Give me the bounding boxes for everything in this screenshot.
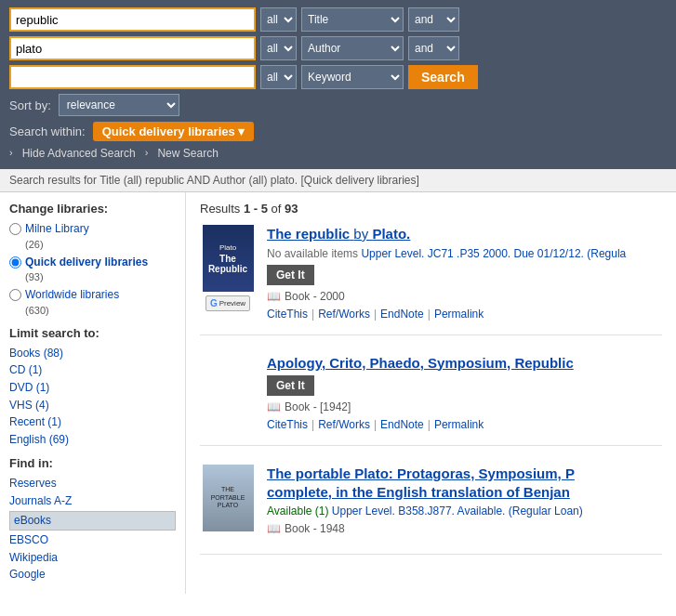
field-select-2[interactable]: Author Title Keyword [301, 36, 404, 60]
result-title-1[interactable]: The republic by Plato. [267, 225, 662, 243]
scope-select-2[interactable]: all [260, 36, 297, 60]
result-item: Plato The Republic G Preview The republi… [200, 225, 662, 335]
google-preview-button[interactable]: G Preview [205, 295, 250, 311]
field-select-3[interactable]: Keyword Title Author [301, 65, 404, 89]
type-text-2: Book - [1942] [285, 400, 351, 413]
results-info-text: Search results for Title (all) republic … [9, 174, 419, 187]
results-count: Results 1 - 5 of 93 [200, 202, 662, 216]
limit-english[interactable]: English (69) [9, 433, 69, 446]
list-item: eBooks [9, 511, 176, 531]
limits-list: Books (88) CD (1) DVD (1) VHS (4) Recent… [9, 346, 176, 448]
searchwithin-value: Quick delivery libraries [102, 125, 235, 138]
book-icon-2: 📖 [267, 400, 281, 413]
limit-recent[interactable]: Recent (1) [9, 415, 61, 428]
location-link-3[interactable]: Upper Level. B358.J877. Available. (Regu… [332, 505, 583, 518]
find-reserves[interactable]: Reserves [9, 477, 57, 490]
sortby-select[interactable]: relevance title author date [59, 94, 179, 116]
sep: | [428, 308, 431, 321]
result-details-2: Apology, Crito, Phaedo, Symposium, Repub… [267, 354, 662, 432]
results-area: Results 1 - 5 of 93 Plato The Republic G… [186, 192, 676, 594]
search-area: all Title Author Keyword and or not all … [0, 0, 676, 169]
limit-cd[interactable]: CD (1) [9, 363, 42, 376]
scope-select-1[interactable]: all [260, 7, 297, 32]
search-input-2[interactable] [9, 36, 256, 60]
sortby-row: Sort by: relevance title author date [9, 94, 667, 116]
limit-search-title: Limit search to: [9, 326, 176, 340]
library-link-worldwide[interactable]: Worldwide libraries [25, 288, 119, 301]
find-ebooks[interactable]: eBooks [9, 511, 176, 531]
result-item: Apology, Crito, Phaedo, Symposium, Repub… [200, 354, 662, 447]
title-line2-3: complete, in the English translation of … [267, 484, 570, 500]
connector-select-1[interactable]: and or not [408, 7, 459, 32]
field-select-1[interactable]: Title Author Keyword [301, 7, 404, 32]
book-cover-1: Plato The Republic [203, 225, 254, 292]
find-google[interactable]: Google [9, 568, 46, 581]
permalink-link[interactable]: Permalink [434, 308, 484, 321]
result-title-2[interactable]: Apology, Crito, Phaedo, Symposium, Repub… [267, 354, 662, 373]
search-row-2: all Author Title Keyword and or not [9, 36, 667, 60]
list-item: Google [9, 567, 176, 583]
sidebar: Change libraries: Milne Library(26) Quic… [0, 192, 186, 594]
list-item: Books (88) [9, 346, 176, 361]
result-title-3[interactable]: The portable Plato: Protagoras, Symposiu… [267, 465, 662, 501]
cover-text-3: THE PORTABLE PLATO [205, 486, 251, 509]
library-radio-quick[interactable] [9, 256, 21, 269]
limit-books[interactable]: Books (88) [9, 347, 63, 360]
get-it-button-2[interactable]: Get It [267, 375, 314, 396]
sep: | [428, 418, 431, 431]
refworks-link[interactable]: Ref/Works [318, 308, 370, 321]
library-option-quick[interactable]: Quick delivery libraries(93) [9, 255, 176, 284]
list-item: DVD (1) [9, 380, 176, 396]
result-actions-2: CiteThis | Ref/Works | EndNote | Permali… [267, 418, 662, 431]
connector-select-2[interactable]: and or not [408, 36, 459, 60]
new-search-link[interactable]: New Search [157, 147, 218, 160]
limit-vhs[interactable]: VHS (4) [9, 399, 49, 412]
availability-3: Available (1) Upper Level. B358.J877. Av… [267, 505, 662, 518]
list-item: Wikipedia [9, 550, 176, 566]
search-input-1[interactable] [9, 7, 256, 32]
type-text: Book - 2000 [285, 290, 345, 303]
cover-author: Plato [219, 243, 236, 252]
author-link[interactable]: Plato. [372, 226, 410, 242]
results-info-bar: Search results for Title (all) republic … [0, 169, 676, 192]
permalink-link-2[interactable]: Permalink [434, 418, 484, 431]
list-item: Reserves [9, 476, 176, 491]
sep: | [374, 308, 377, 321]
library-radio-worldwide[interactable] [9, 289, 21, 301]
library-option-milne[interactable]: Milne Library(26) [9, 221, 176, 251]
scope-select-3[interactable]: all [260, 65, 297, 89]
find-ebsco[interactable]: EBSCO [9, 533, 48, 546]
available-label: Available (1) [267, 505, 328, 518]
library-link-milne[interactable]: Milne Library [25, 222, 89, 235]
sep: | [374, 418, 377, 431]
limit-dvd[interactable]: DVD (1) [9, 381, 49, 394]
get-it-button-1[interactable]: Get It [267, 265, 314, 285]
result-type-2: 📖 Book - [1942] [267, 400, 662, 413]
arrow-icon: › [9, 147, 13, 160]
cite-this-link[interactable]: CiteThis [267, 308, 308, 321]
hide-advanced-link[interactable]: Hide Advanced Search [22, 147, 136, 160]
search-button[interactable]: Search [408, 65, 478, 89]
refworks-link-2[interactable]: Ref/Works [318, 418, 370, 431]
title-text-2: Apology, Crito, Phaedo, Symposium, Repub… [267, 355, 574, 371]
book-icon: 📖 [267, 290, 281, 303]
find-wikipedia[interactable]: Wikipedia [9, 551, 58, 564]
milne-count: (26) [25, 239, 44, 250]
search-input-3[interactable] [9, 65, 256, 89]
title-text: The republic [267, 226, 350, 242]
endnote-link-2[interactable]: EndNote [380, 418, 424, 431]
endnote-link[interactable]: EndNote [380, 308, 424, 321]
change-libraries-title: Change libraries: [9, 202, 176, 216]
location-link-1[interactable]: Upper Level. JC71 .P35 2000. Due 01/12/1… [361, 247, 626, 260]
result-item: THE PORTABLE PLATO The portable Plato: P… [200, 465, 662, 555]
searchwithin-button[interactable]: Quick delivery libraries ▾ [93, 122, 255, 141]
library-option-worldwide[interactable]: Worldwide libraries(630) [9, 287, 176, 317]
preview-label: Preview [219, 299, 245, 308]
library-radio-milne[interactable] [9, 223, 21, 235]
type-text-3: Book - 1948 [285, 522, 345, 535]
library-link-quick[interactable]: Quick delivery libraries [25, 256, 148, 269]
cite-this-link-2[interactable]: CiteThis [267, 418, 308, 431]
result-actions-1: CiteThis | Ref/Works | EndNote | Permali… [267, 308, 662, 321]
find-journals[interactable]: Journals A-Z [9, 494, 72, 507]
google-g-icon: G [210, 298, 218, 308]
